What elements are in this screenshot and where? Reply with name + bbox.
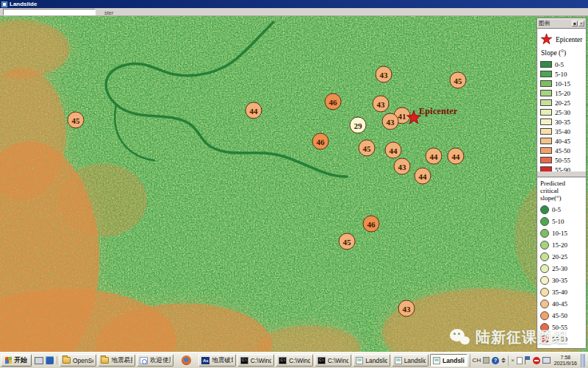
close-icon[interactable]: × xyxy=(578,21,584,26)
legend-class-row: 25-30 xyxy=(540,107,584,117)
predicted-class-label: 35-40 xyxy=(552,289,567,296)
map-point-marker[interactable]: 45 xyxy=(68,112,85,129)
pin-icon[interactable]: ■ xyxy=(572,21,578,26)
expand-tray-icon[interactable] xyxy=(501,358,506,363)
app-launcher-icon[interactable] xyxy=(46,356,54,364)
map-point-marker[interactable]: 44 xyxy=(245,102,262,119)
map-point-marker[interactable]: 45 xyxy=(450,72,467,89)
taskbar-button[interactable]: C:\Windo... xyxy=(276,354,312,367)
legend-color-swatch xyxy=(540,90,552,96)
help-tray-icon[interactable]: ? xyxy=(492,357,499,364)
legend-panel-slope: 图例 ■ × Epicenter Slope (°) 0-55-1010-151… xyxy=(537,18,587,177)
legend-class-row: 0-5 xyxy=(540,60,584,69)
predicted-class-label: 10-15 xyxy=(552,230,567,237)
welcome-icon xyxy=(140,357,148,364)
taskbar-button-label: 地震破坏.. xyxy=(212,356,232,365)
folder-icon xyxy=(62,357,71,364)
map-point-marker[interactable]: 46 xyxy=(312,133,329,150)
predicted-color-swatch xyxy=(540,205,549,214)
map-point-marker[interactable]: 44 xyxy=(385,142,402,159)
legend-class-label: 10-15 xyxy=(555,80,570,88)
legend-class-label: 25-30 xyxy=(555,109,570,116)
map-point-marker[interactable]: 43 xyxy=(373,96,390,113)
security-tray-icon[interactable] xyxy=(483,357,490,364)
taskbar-button[interactable]: Landslid... xyxy=(392,354,429,367)
taskbar-button[interactable]: Landslid... xyxy=(353,354,390,367)
start-button[interactable]: 开始 xyxy=(1,354,32,367)
legend-color-swatch xyxy=(540,109,552,116)
taskbar-button-label: 欢迎使用.. xyxy=(150,356,171,365)
map-point-marker[interactable]: 43 xyxy=(382,113,399,130)
map-point-marker[interactable]: 45 xyxy=(359,140,376,157)
taskbar-button[interactable]: C:\Windo... xyxy=(315,354,351,367)
map-point-marker[interactable]: 45 xyxy=(339,233,356,250)
predicted-class-row: 35-40 xyxy=(540,286,584,298)
predicted-class-row: 5-10 xyxy=(540,216,584,227)
predicted-class-row: 20-25 xyxy=(540,251,584,263)
taskbar-button-label: Landslide xyxy=(442,357,464,364)
map-point-marker[interactable]: 44 xyxy=(448,148,465,165)
legend-panel-predicted: Predicted critical slope(°) 0-55-1010-15… xyxy=(537,177,587,349)
map-point-marker[interactable]: 43 xyxy=(394,158,411,175)
legend-color-swatch xyxy=(540,99,552,106)
window-titlebar: Landslide xyxy=(0,0,588,8)
predicted-color-swatch xyxy=(540,288,549,297)
predicted-class-row: 0-5 xyxy=(540,204,584,216)
flag-tray-icon[interactable] xyxy=(525,356,531,364)
legend-class-row: 45-50 xyxy=(540,146,584,155)
tray-clock[interactable]: 7:58 2021/9/16 xyxy=(553,355,578,367)
predicted-color-swatch xyxy=(540,229,549,238)
legend-class-label: 40-45 xyxy=(555,138,570,145)
taskbar-button-label: Landslid... xyxy=(404,357,426,364)
task-button-area: OpenSees地震易损..欢迎使用..地震破坏..C:\Windo...C:\… xyxy=(57,354,470,367)
taskbar-button[interactable]: 欢迎使用.. xyxy=(137,354,173,367)
map-point-marker[interactable]: 44 xyxy=(415,168,431,185)
map-point-marker[interactable]: 46 xyxy=(363,216,380,233)
taskbar-button[interactable]: C:\Windo... xyxy=(237,354,274,367)
predicted-color-swatch xyxy=(540,300,549,308)
network-tray-icon[interactable] xyxy=(542,357,551,364)
wechat-icon xyxy=(450,329,470,347)
desktop-shortcut-icon[interactable] xyxy=(35,357,43,364)
predicted-class-row: 25-30 xyxy=(540,263,584,275)
taskbar-button-label: Landslid... xyxy=(365,357,387,364)
legend-class-row: 15-20 xyxy=(540,88,584,98)
legend-epicenter-row: Epicenter xyxy=(540,33,584,46)
legend-color-swatch xyxy=(540,157,552,163)
legend-class-label: 5-10 xyxy=(555,71,567,78)
map-point-marker[interactable]: 43 xyxy=(376,66,392,83)
predicted-class-label: 5-10 xyxy=(552,218,564,225)
map-canvas[interactable]: 45444643454341432946454444444344464543 E… xyxy=(0,16,588,352)
legend-color-swatch xyxy=(540,80,552,87)
legend-class-label: 20-25 xyxy=(555,99,570,107)
legend-color-swatch xyxy=(540,118,552,125)
map-point-marker[interactable]: 43 xyxy=(398,300,415,317)
taskbar-button[interactable]: Landslide xyxy=(430,354,467,367)
taskbar: 开始 OpenSees地震易损..欢迎使用..地震破坏..C:\Windo...… xyxy=(0,352,588,368)
document-tray-icon[interactable] xyxy=(517,357,523,364)
legend-color-swatch xyxy=(540,61,552,68)
legend-class-label: 50-55 xyxy=(555,157,570,164)
show-desktop-button[interactable] xyxy=(581,354,585,367)
slope-legend-title: Slope (°) xyxy=(541,49,584,57)
epicenter-label: Epicenter xyxy=(419,106,458,117)
legend-panel-header[interactable]: 图例 ■ × xyxy=(537,18,586,28)
taskbar-button[interactable]: OpenSees xyxy=(60,354,96,367)
map-point-marker[interactable]: 44 xyxy=(426,148,442,165)
ime-indicator[interactable]: CH xyxy=(473,357,481,364)
predicted-class-list: 0-55-1010-1515-2020-2525-3030-3535-4040-… xyxy=(540,204,584,345)
map-point-marker[interactable]: 29 xyxy=(350,117,367,134)
watermark-text: 陆新征课题组 xyxy=(476,328,568,347)
window-icon xyxy=(1,1,7,7)
watermark: 陆新征课题组 xyxy=(450,328,568,347)
close-tray-icon[interactable]: × xyxy=(511,357,514,364)
map-point-marker[interactable]: 46 xyxy=(325,93,342,110)
predicted-class-label: 30-35 xyxy=(552,277,567,284)
app-icon xyxy=(356,357,363,364)
blocked-status-icon[interactable] xyxy=(533,357,540,364)
taskbar-button[interactable]: 地震破坏.. xyxy=(198,354,235,367)
layer-combobox[interactable] xyxy=(3,9,96,15)
taskbar-button[interactable]: 地震易损.. xyxy=(98,354,135,367)
legend-color-swatch xyxy=(540,147,552,154)
taskbar-button[interactable] xyxy=(175,354,197,367)
